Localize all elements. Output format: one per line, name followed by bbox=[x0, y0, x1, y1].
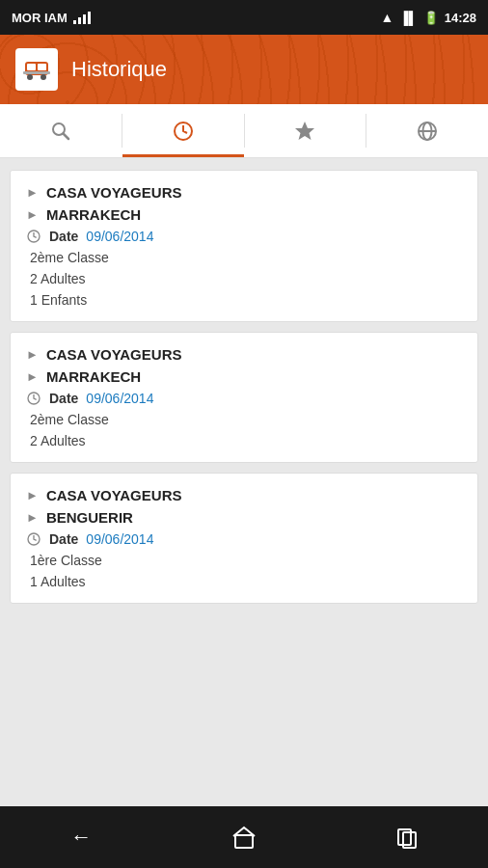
clock-tab-icon bbox=[172, 120, 195, 143]
tab-history[interactable] bbox=[122, 104, 244, 157]
to-row: ►MARRAKECH bbox=[26, 206, 462, 223]
carrier-text: MOR IAM bbox=[12, 11, 68, 25]
date-label: Date bbox=[49, 229, 78, 244]
detail-2: 2 Adultes bbox=[26, 433, 462, 448]
history-card-3[interactable]: ►CASA VOYAGEURS►BENGUERIR Date 09/06/201… bbox=[10, 473, 478, 604]
clock: 14:28 bbox=[445, 11, 476, 25]
battery-icon: 🔋 bbox=[423, 11, 439, 25]
bottom-nav: ← bbox=[0, 806, 488, 868]
arrow-right-icon: ► bbox=[26, 347, 39, 362]
back-button[interactable]: ← bbox=[57, 818, 105, 856]
status-right: ▲ ▐▌ 🔋 14:28 bbox=[380, 10, 476, 25]
to-row: ►BENGUERIR bbox=[26, 509, 462, 526]
from-row: ►CASA VOYAGEURS bbox=[26, 184, 462, 201]
date-value: 09/06/2014 bbox=[86, 531, 153, 547]
detail-1: 2ème Classe bbox=[26, 412, 462, 427]
to-row: ►MARRAKECH bbox=[26, 368, 462, 385]
svg-marker-9 bbox=[295, 122, 314, 140]
from-row: ►CASA VOYAGEURS bbox=[26, 346, 462, 363]
arrow-right-icon: ► bbox=[26, 207, 39, 222]
recents-icon bbox=[395, 826, 419, 849]
detail-1: 2ème Classe bbox=[26, 250, 462, 265]
app-title: Historique bbox=[71, 57, 167, 82]
home-button[interactable] bbox=[220, 818, 268, 856]
search-icon bbox=[49, 120, 72, 143]
detail-2: 2 Adultes bbox=[26, 271, 462, 286]
svg-rect-16 bbox=[235, 835, 253, 848]
tab-bar bbox=[0, 104, 488, 158]
carrier-info: MOR IAM bbox=[12, 11, 91, 25]
detail-2: 1 Adultes bbox=[26, 574, 462, 589]
clock-icon bbox=[26, 531, 41, 547]
from-station: CASA VOYAGEURS bbox=[46, 487, 182, 503]
clock-icon bbox=[26, 229, 41, 244]
svg-point-4 bbox=[41, 74, 46, 80]
date-row: Date 09/06/2014 bbox=[26, 391, 462, 406]
svg-rect-5 bbox=[23, 71, 50, 74]
history-card-2[interactable]: ►CASA VOYAGEURS►MARRAKECH Date 09/06/201… bbox=[10, 332, 478, 463]
svg-line-7 bbox=[63, 133, 68, 139]
star-icon bbox=[293, 120, 316, 143]
date-value: 09/06/2014 bbox=[86, 391, 153, 406]
to-station: MARRAKECH bbox=[46, 206, 141, 223]
date-row: Date 09/06/2014 bbox=[26, 229, 462, 244]
from-row: ►CASA VOYAGEURS bbox=[26, 487, 462, 503]
signal-icon bbox=[73, 11, 91, 24]
tab-search[interactable] bbox=[0, 104, 122, 157]
train-icon bbox=[21, 54, 52, 85]
arrow-right-icon: ► bbox=[26, 488, 39, 502]
svg-point-3 bbox=[27, 74, 33, 80]
content-area: ►CASA VOYAGEURS►MARRAKECH Date 09/06/201… bbox=[0, 158, 488, 806]
app-logo bbox=[15, 48, 58, 91]
svg-rect-1 bbox=[27, 64, 36, 70]
date-row: Date 09/06/2014 bbox=[26, 531, 462, 547]
clock-icon bbox=[26, 391, 41, 406]
wifi-icon: ▲ bbox=[380, 10, 393, 25]
home-icon bbox=[232, 826, 256, 849]
app-header: Historique bbox=[0, 35, 488, 104]
from-station: CASA VOYAGEURS bbox=[46, 346, 182, 363]
tab-web[interactable] bbox=[366, 104, 488, 157]
from-station: CASA VOYAGEURS bbox=[46, 184, 182, 201]
signal-strength-icon: ▐▌ bbox=[399, 11, 417, 25]
arrow-right-icon: ► bbox=[26, 510, 39, 525]
svg-rect-2 bbox=[38, 64, 46, 70]
detail-3: 1 Enfants bbox=[26, 292, 462, 308]
tab-favorites[interactable] bbox=[245, 104, 366, 157]
arrow-right-icon: ► bbox=[26, 369, 39, 384]
to-station: MARRAKECH bbox=[46, 368, 141, 385]
history-card-1[interactable]: ►CASA VOYAGEURS►MARRAKECH Date 09/06/201… bbox=[10, 170, 478, 322]
date-label: Date bbox=[49, 391, 78, 406]
globe-icon bbox=[416, 120, 439, 143]
recents-button[interactable] bbox=[383, 818, 431, 856]
date-label: Date bbox=[49, 531, 78, 547]
status-bar: MOR IAM ▲ ▐▌ 🔋 14:28 bbox=[0, 0, 488, 35]
arrow-right-icon: ► bbox=[26, 185, 39, 200]
to-station: BENGUERIR bbox=[46, 509, 133, 526]
detail-1: 1ère Classe bbox=[26, 553, 462, 568]
date-value: 09/06/2014 bbox=[86, 229, 153, 244]
